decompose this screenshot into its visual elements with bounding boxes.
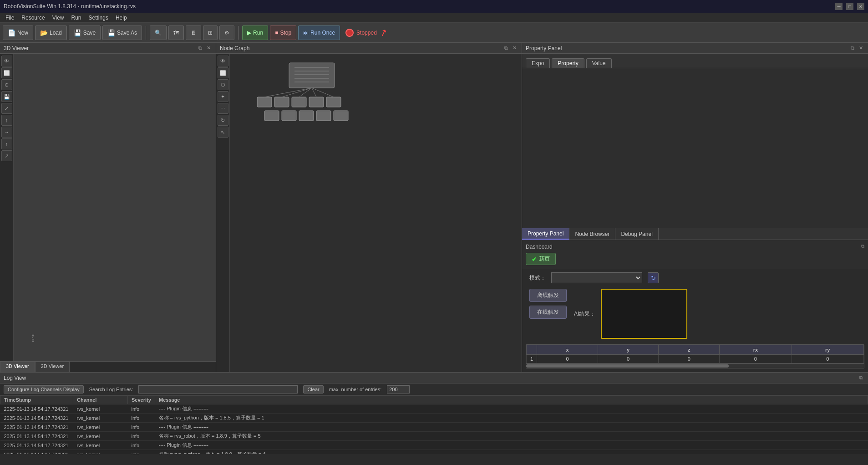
stop-button[interactable]: ■ Stop <box>270 26 296 40</box>
menu-view[interactable]: View <box>49 14 68 22</box>
stopped-indicator: Stopped ↗ <box>345 27 387 38</box>
close-button[interactable]: ✕ <box>857 3 864 10</box>
save-as-button[interactable]: 💾 Save As <box>102 26 142 40</box>
log-view-title: Log View <box>4 375 26 381</box>
stopped-circle-icon <box>345 29 354 37</box>
map-button[interactable]: 🗺 <box>168 26 184 40</box>
tool-arrow-up-button[interactable]: ↑ <box>1 115 12 126</box>
window-controls: ─ □ ✕ <box>835 3 864 10</box>
display-icon: 🖥 <box>191 30 196 36</box>
menu-run[interactable]: Run <box>68 14 85 22</box>
node-graph-close-button[interactable]: ✕ <box>511 45 518 51</box>
maximize-button[interactable]: □ <box>846 3 853 10</box>
tool-eye-button[interactable]: 👁 <box>1 56 12 66</box>
ng-tool-eye-button[interactable]: 👁 <box>218 56 228 66</box>
viewer-tabs: 3D Viewer 2D Viewer <box>0 361 216 372</box>
search-button[interactable]: 🔍 <box>150 26 167 40</box>
viewer-3d-controls: ⧉ ✕ <box>197 45 212 51</box>
table-scrollbar[interactable] <box>526 363 864 368</box>
tool-arrow-z-button[interactable]: ↗ <box>1 150 12 161</box>
data-table: x y z rx ry 1 0 0 0 0 0 <box>526 344 864 368</box>
tool-arrow-x-button[interactable]: → <box>1 127 12 138</box>
run-button[interactable]: ▶ Run <box>242 26 268 40</box>
panel-tab-node-browser[interactable]: Node Browser <box>569 228 615 240</box>
node-icon: ⚙ <box>224 30 229 36</box>
ng-tool-select-button[interactable]: ⬜ <box>218 67 228 78</box>
tab-3d-viewer[interactable]: 3D Viewer <box>0 362 35 372</box>
log-clear-button[interactable]: Clear <box>303 385 323 393</box>
col-x-header: x <box>537 345 598 355</box>
tab-2d-viewer[interactable]: 2D Viewer <box>35 362 70 372</box>
log-configure-button[interactable]: Configure Log Channels Display <box>4 385 84 393</box>
panel-tab-property-panel[interactable]: Property Panel <box>522 228 569 240</box>
viewer-3d-close-button[interactable]: ✕ <box>205 45 212 51</box>
property-panel-float-button[interactable]: ⧉ <box>849 45 856 51</box>
log-cell-severity: info <box>128 432 155 441</box>
log-view-header: Log View ⧉ <box>0 373 868 383</box>
tab-value[interactable]: Value <box>586 58 612 68</box>
col-z-header: z <box>659 345 720 355</box>
display-button[interactable]: 🖥 <box>186 26 201 40</box>
tool-arrows-button[interactable]: ⤢ <box>1 103 12 114</box>
viewer-3d-float-button[interactable]: ⧉ <box>197 45 203 51</box>
node-graph-tools-sidebar: 👁 ⬜ ⬡ ✦ ⋯ ↻ ↖ <box>216 54 230 372</box>
tool-save-button[interactable]: 💾 <box>1 91 12 102</box>
log-cell-timestamp: 2025-01-13 14:54:17.724321 <box>0 441 73 450</box>
node-button[interactable]: ⚙ <box>219 26 234 40</box>
run-once-button[interactable]: ⏭ Run Once <box>298 26 340 40</box>
dashboard-expand-button[interactable]: ⧉ <box>861 244 864 249</box>
svg-line-15 <box>264 88 312 97</box>
tool-box-button[interactable]: ⬜ <box>1 67 12 78</box>
tool-circle-button[interactable]: ⊙ <box>1 79 12 90</box>
node-graph-title: Node Graph <box>220 45 249 51</box>
menu-bar: File Resource View Run Settings Help <box>0 13 868 23</box>
menu-resource[interactable]: Resource <box>18 14 48 22</box>
ng-tool-connect-button[interactable]: ⋯ <box>218 103 228 114</box>
svg-line-16 <box>282 88 312 97</box>
log-cell-timestamp: 2025-01-13 14:54:17.724321 <box>0 414 73 423</box>
new-button[interactable]: 📄 New <box>3 26 33 40</box>
log-entries-input[interactable]: 200 <box>387 385 410 393</box>
table-cell-num: 1 <box>527 355 537 363</box>
table-cell-x: 0 <box>537 355 598 363</box>
log-search-input[interactable] <box>138 385 298 393</box>
online-trigger-button[interactable]: 在线触发 <box>529 306 567 319</box>
log-col-channel: Channel <box>73 396 128 404</box>
ng-tool-cursor-button[interactable]: ↖ <box>218 127 228 138</box>
trigger-row: 离线触发 在线触发 AI结果： <box>522 287 868 341</box>
node-graph-float-button[interactable]: ⧉ <box>503 45 509 51</box>
ng-tool-refresh-button[interactable]: ↻ <box>218 115 228 126</box>
log-col-timestamp: TimeStamp <box>0 396 73 404</box>
save-button[interactable]: 💾 Save <box>69 26 101 40</box>
tab-expo[interactable]: Expo <box>526 58 550 68</box>
minimize-button[interactable]: ─ <box>835 3 843 10</box>
main-layout: 3D Viewer ⧉ ✕ 👁 ⬜ ⊙ 💾 ⤢ ↑ → ↑ ↗ <box>0 43 868 372</box>
svg-rect-6 <box>274 97 289 107</box>
log-toolbar: Configure Log Channels Display Search Lo… <box>0 383 868 395</box>
tool-arrow-y-button[interactable]: ↑ <box>1 138 12 149</box>
mode-select[interactable] <box>551 272 642 283</box>
log-table-row: 2025-01-13 14:54:17.724321 rvs_kernel in… <box>0 404 868 414</box>
menu-settings[interactable]: Settings <box>85 14 112 22</box>
offline-trigger-button[interactable]: 离线触发 <box>529 289 567 302</box>
log-col-message: Message <box>155 396 868 404</box>
separator-2 <box>238 26 239 40</box>
load-button[interactable]: 📂 Load <box>35 26 67 40</box>
ng-tool-star-button[interactable]: ✦ <box>218 91 228 102</box>
mode-row: 模式： ↻ <box>522 269 868 287</box>
grid-icon: ⊞ <box>208 30 213 36</box>
grid-button[interactable]: ⊞ <box>203 26 218 40</box>
menu-file[interactable]: File <box>2 14 18 22</box>
property-panel-close-button[interactable]: ✕ <box>858 45 864 51</box>
tab-property[interactable]: Property <box>552 58 584 68</box>
svg-rect-5 <box>257 97 272 107</box>
col-ry-header: ry <box>792 345 863 355</box>
col-rx-header: rx <box>720 345 792 355</box>
node-graph-canvas[interactable] <box>230 54 522 372</box>
mode-refresh-button[interactable]: ↻ <box>648 272 659 283</box>
ng-tool-node-button[interactable]: ⬡ <box>218 79 228 90</box>
dashboard-new-page-button[interactable]: ✔ 新页 <box>526 253 556 265</box>
menu-help[interactable]: Help <box>112 14 131 22</box>
panel-tab-debug-panel[interactable]: Debug Panel <box>615 228 658 240</box>
log-view-expand-button[interactable]: ⧉ <box>858 374 864 381</box>
